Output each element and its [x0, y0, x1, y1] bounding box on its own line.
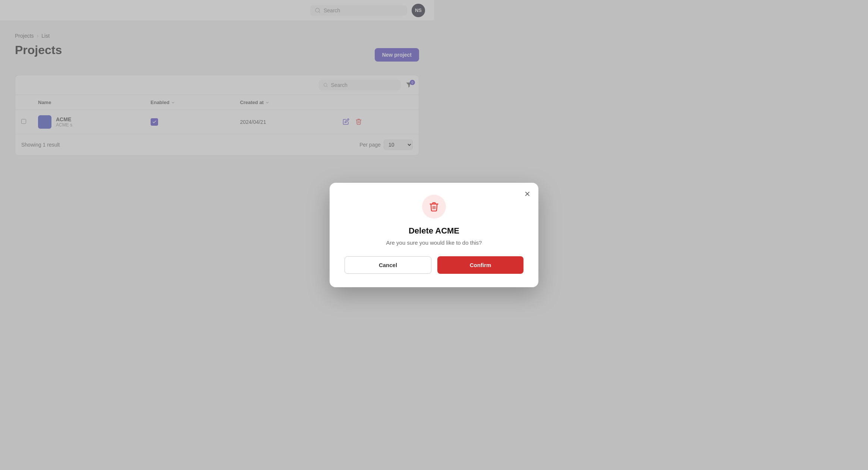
- modal-title: Delete ACME: [345, 226, 434, 235]
- modal-overlay: ✕ Delete ACME Are you sure you would lik…: [0, 0, 434, 235]
- delete-modal: ✕ Delete ACME Are you sure you would lik…: [330, 183, 434, 235]
- modal-icon-wrap: [422, 195, 434, 219]
- modal-trash-icon: [429, 201, 434, 212]
